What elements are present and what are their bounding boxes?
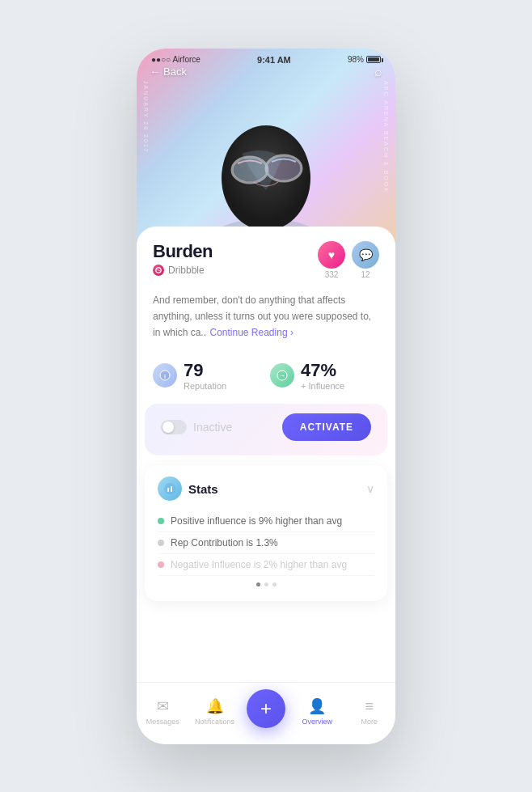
dribbble-icon bbox=[153, 265, 164, 276]
side-text-left: JANUARY 28 2017 bbox=[143, 81, 149, 154]
hero-image: JANUARY 28 2017 ARC ARENA BEACH & BOOK ←… bbox=[137, 49, 395, 243]
pagination-dots bbox=[158, 576, 374, 590]
messages-label: Messages bbox=[146, 718, 179, 726]
message-action[interactable]: 💬 12 bbox=[352, 241, 379, 279]
stat-text-3: Negative Influence is 2% higher than avg bbox=[171, 559, 347, 570]
stat-text-1: Positive influence is 9% higher than avg bbox=[171, 515, 342, 527]
influence-value: 47% bbox=[301, 360, 344, 381]
reputation-metric: i 79 Reputation bbox=[153, 360, 262, 391]
social-actions: ♥ 332 💬 12 bbox=[318, 241, 379, 279]
nav-messages[interactable]: ✉ Messages bbox=[142, 697, 183, 726]
svg-line-9 bbox=[156, 269, 161, 270]
likes-count: 332 bbox=[325, 270, 339, 279]
stats-header: Stats ∨ bbox=[158, 476, 374, 501]
svg-rect-15 bbox=[167, 488, 169, 492]
stat-line-3: Negative Influence is 2% higher than avg bbox=[158, 554, 374, 576]
stat-line-1: Positive influence is 9% higher than avg bbox=[158, 510, 374, 532]
gray-dot bbox=[158, 540, 164, 546]
more-label: More bbox=[361, 718, 378, 726]
nav-overview[interactable]: 👤 Overview bbox=[297, 697, 337, 726]
activate-button[interactable]: ACTIVATE bbox=[282, 413, 371, 441]
phone-frame: ●●○○ Airforce 9:41 AM 98% bbox=[137, 49, 395, 744]
page-dot-1 bbox=[256, 582, 260, 587]
svg-text:→: → bbox=[279, 371, 286, 379]
metrics-row: i 79 Reputation → 47% + Influence bbox=[137, 352, 395, 404]
stat-line-2: Rep Contribution is 1.3% bbox=[158, 532, 374, 554]
stats-card-title: Stats bbox=[188, 482, 218, 496]
fab-button[interactable]: + bbox=[247, 689, 285, 728]
side-text-right: ARC ARENA BEACH & BOOK bbox=[383, 81, 389, 193]
pink-dot bbox=[158, 561, 164, 568]
page-dot-2 bbox=[264, 582, 268, 587]
carrier-text: ●●○○ Airforce bbox=[151, 55, 201, 64]
reputation-details: 79 Reputation bbox=[184, 360, 226, 391]
overview-icon: 👤 bbox=[308, 697, 326, 715]
inactive-status: Inactive bbox=[161, 420, 232, 434]
influence-label: + Influence bbox=[301, 381, 344, 391]
notifications-label: Notifications bbox=[195, 718, 234, 726]
profile-info: Burden Dribbble bbox=[153, 241, 318, 276]
reputation-icon: i bbox=[153, 363, 177, 388]
like-action[interactable]: ♥ 332 bbox=[318, 241, 345, 279]
reputation-label: Reputation bbox=[184, 381, 226, 391]
fab-plus-icon: + bbox=[260, 699, 272, 718]
messages-count: 12 bbox=[361, 270, 369, 279]
stats-header-left: Stats bbox=[158, 476, 218, 501]
messages-icon: ✉ bbox=[157, 697, 169, 715]
activation-section: Inactive ACTIVATE bbox=[145, 404, 387, 455]
bottom-nav: ✉ Messages 🔔 Notifications + 👤 Overview … bbox=[137, 682, 395, 744]
profile-section: Burden Dribbble ♥ 332 💬 12 bbox=[137, 227, 395, 289]
stats-card-icon bbox=[158, 476, 182, 501]
stats-card: Stats ∨ Positive influence is 9% higher … bbox=[145, 465, 387, 601]
influence-details: 47% + Influence bbox=[301, 360, 344, 391]
battery-icon bbox=[366, 56, 381, 63]
overview-label: Overview bbox=[302, 718, 333, 726]
reputation-value: 79 bbox=[184, 360, 226, 381]
status-bar: ●●○○ Airforce 9:41 AM 98% bbox=[137, 49, 395, 68]
time-text: 9:41 AM bbox=[257, 55, 291, 65]
influence-metric: → 47% + Influence bbox=[270, 360, 379, 391]
inactive-label: Inactive bbox=[193, 421, 232, 434]
content-card: Burden Dribbble ♥ 332 💬 12 bbox=[137, 227, 395, 682]
toggle-switch[interactable] bbox=[161, 420, 187, 434]
svg-rect-16 bbox=[171, 486, 172, 492]
green-dot bbox=[158, 518, 164, 524]
nav-more[interactable]: ≡ More bbox=[349, 698, 390, 726]
svg-point-14 bbox=[164, 483, 175, 494]
toggle-knob bbox=[163, 421, 174, 433]
platform-label: Dribbble bbox=[168, 265, 205, 276]
battery-indicator: 98% bbox=[348, 55, 381, 64]
like-icon: ♥ bbox=[318, 241, 345, 269]
page-dot-3 bbox=[272, 582, 277, 587]
influence-icon: → bbox=[270, 363, 294, 388]
nav-notifications[interactable]: 🔔 Notifications bbox=[195, 697, 235, 726]
continue-reading-link[interactable]: Continue Reading › bbox=[209, 327, 293, 338]
message-icon: 💬 bbox=[352, 241, 379, 269]
stat-text-2: Rep Contribution is 1.3% bbox=[171, 537, 278, 548]
bio-section: And remember, don't do anything that aff… bbox=[137, 289, 395, 353]
notifications-icon: 🔔 bbox=[206, 697, 224, 715]
svg-text:i: i bbox=[164, 374, 166, 379]
profile-name: Burden bbox=[153, 241, 318, 262]
more-icon: ≡ bbox=[365, 698, 374, 715]
chevron-down-icon[interactable]: ∨ bbox=[366, 482, 374, 495]
profile-platform: Dribbble bbox=[153, 265, 318, 276]
